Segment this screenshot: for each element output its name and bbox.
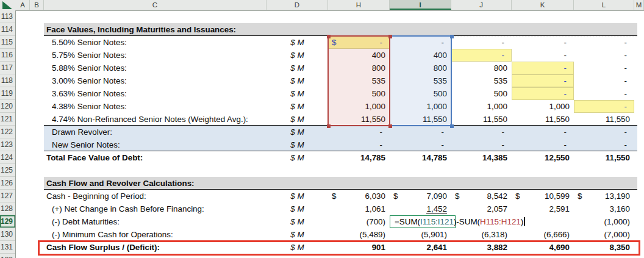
cell-J127[interactable]: $8,542 — [451, 190, 512, 202]
column-header-L[interactable]: L — [574, 0, 634, 10]
row-header-123[interactable]: 123 — [0, 138, 15, 151]
unit-cell-D130[interactable]: $ M — [267, 228, 328, 241]
row-header-129[interactable]: 129 — [0, 215, 15, 228]
cell-J122[interactable]: - — [451, 126, 512, 138]
cell-H116[interactable]: 400 — [328, 49, 390, 62]
row-header-116[interactable]: 116 — [0, 49, 15, 62]
cell-I119[interactable]: 500 — [390, 87, 451, 100]
cell-J124[interactable]: 14,385 — [451, 151, 512, 164]
row-header-118[interactable]: 118 — [0, 74, 15, 87]
cell-H127[interactable]: $6,030 — [328, 190, 390, 202]
cell-L127[interactable]: $13,190 — [574, 190, 634, 202]
cell-J116[interactable]: - — [451, 49, 512, 62]
cell-I124[interactable]: 14,785 — [390, 151, 451, 164]
cell-J120[interactable]: 1,000 — [451, 100, 512, 113]
row-header-115[interactable]: 115 — [0, 36, 15, 49]
row-header-121[interactable]: 121 — [0, 113, 15, 126]
cell-L120[interactable]: - — [574, 100, 634, 113]
cell-L121[interactable]: 11,550 — [574, 113, 634, 126]
cell-J118[interactable]: 535 — [451, 74, 512, 87]
cell-K116[interactable]: - — [512, 49, 574, 62]
row-label-122[interactable]: Drawn Revolver: — [52, 126, 270, 138]
row-header-114[interactable]: 114 — [0, 23, 15, 36]
row-header-128[interactable]: 128 — [0, 202, 15, 215]
cell-L119[interactable]: - — [574, 87, 634, 100]
unit-cell-D115[interactable]: $ M — [267, 36, 328, 49]
row-header-132[interactable]: 132 — [0, 254, 15, 258]
cell-H124[interactable]: 14,785 — [328, 151, 390, 164]
cell-K123[interactable]: - — [512, 138, 574, 151]
cell-K124[interactable]: 12,550 — [512, 151, 574, 164]
cell-J119[interactable]: 500 — [451, 87, 512, 100]
row-header-125[interactable]: 125 — [0, 164, 15, 177]
row-label-114[interactable]: Face Values, Including Maturities and Is… — [46, 23, 264, 36]
unit-cell-D128[interactable]: $ M — [267, 202, 328, 215]
cell-K118[interactable]: - — [512, 74, 574, 87]
row-label-119[interactable]: 3.63% Senior Notes: — [52, 87, 270, 100]
row-header-126[interactable]: 126 — [0, 177, 15, 190]
cell-L131[interactable]: 8,350 — [574, 241, 634, 254]
cell-J117[interactable]: 800 — [451, 62, 512, 74]
unit-cell-D129[interactable]: $ M — [267, 215, 328, 228]
cell-J131[interactable]: 3,882 — [451, 241, 512, 254]
cell-K115[interactable]: - — [512, 36, 574, 49]
cell-H128[interactable]: 1,061 — [328, 202, 390, 215]
cell-K121[interactable]: 11,550 — [512, 113, 574, 126]
unit-cell-D122[interactable]: $ M — [267, 126, 328, 138]
cell-L124[interactable]: 11,550 — [574, 151, 634, 164]
row-label-128[interactable]: (+) Net Change in Cash Before Financing: — [52, 202, 270, 215]
unit-cell-D123[interactable]: $ M — [267, 138, 328, 151]
cell-I131[interactable]: 2,641 — [390, 241, 451, 254]
row-header-131[interactable]: 131 — [0, 241, 15, 254]
row-label-124[interactable]: Total Face Value of Debt: — [46, 151, 264, 164]
cell-K130[interactable]: (6,666) — [512, 228, 574, 241]
row-header-117[interactable]: 117 — [0, 62, 15, 74]
cell-H115[interactable]: $- — [328, 36, 390, 49]
cell-I117[interactable]: 800 — [390, 62, 451, 74]
cell-K119[interactable]: - — [512, 87, 574, 100]
column-header-K[interactable]: K — [512, 0, 574, 10]
row-label-126[interactable]: Cash Flow and Revolver Calculations: — [46, 177, 264, 190]
row-header-127[interactable]: 127 — [0, 190, 15, 202]
cell-K120[interactable]: 1,000 — [512, 100, 574, 113]
cell-H121[interactable]: 11,550 — [328, 113, 390, 126]
row-header-122[interactable]: 122 — [0, 126, 15, 138]
cell-J121[interactable]: 11,550 — [451, 113, 512, 126]
row-header-120[interactable]: 120 — [0, 100, 15, 113]
row-label-116[interactable]: 5.75% Senior Notes: — [52, 49, 270, 62]
unit-cell-D121[interactable]: $ M — [267, 113, 328, 126]
cell-K122[interactable]: - — [512, 126, 574, 138]
row-label-117[interactable]: 5.88% Senior Notes: — [52, 62, 270, 74]
cell-K131[interactable]: 4,690 — [512, 241, 574, 254]
column-header-I[interactable]: I — [390, 0, 451, 10]
cell-L116[interactable]: - — [574, 49, 634, 62]
cell-L115[interactable]: - — [574, 36, 634, 49]
row-label-123[interactable]: New Senior Notes: — [52, 138, 270, 151]
cell-I118[interactable]: 535 — [390, 74, 451, 87]
cell-I116[interactable]: 400 — [390, 49, 451, 62]
row-label-120[interactable]: 4.38% Senior Notes: — [52, 100, 270, 113]
cell-H130[interactable]: (5,489) — [328, 228, 390, 241]
cell-L118[interactable]: - — [574, 74, 634, 87]
cell-L130[interactable]: (7,000) — [574, 228, 634, 241]
cell-H120[interactable]: 1,000 — [328, 100, 390, 113]
cell-H117[interactable]: 800 — [328, 62, 390, 74]
cell-H129[interactable]: (700) — [328, 215, 390, 228]
unit-cell-D116[interactable]: $ M — [267, 49, 328, 62]
unit-cell-D119[interactable]: $ M — [267, 87, 328, 100]
row-header-113[interactable]: 113 — [0, 10, 15, 23]
row-label-131[interactable]: Cash Flow Surplus / (Deficit): — [46, 241, 264, 254]
cell-J123[interactable]: - — [451, 138, 512, 151]
cell-L123[interactable]: - — [574, 138, 634, 151]
unit-cell-D117[interactable]: $ M — [267, 62, 328, 74]
cell-J130[interactable]: (6,318) — [451, 228, 512, 241]
row-header-124[interactable]: 124 — [0, 151, 15, 164]
cell-I121[interactable]: 11,550 — [390, 113, 451, 126]
row-header-130[interactable]: 130 — [0, 228, 15, 241]
column-header-A[interactable]: A — [16, 0, 30, 10]
cell-I115[interactable]: - — [390, 36, 451, 49]
cell-I128[interactable]: 1,452 — [390, 202, 451, 215]
column-header-C[interactable]: C — [44, 0, 267, 10]
row-label-118[interactable]: 3.00% Senior Notes: — [52, 74, 270, 87]
cell-H118[interactable]: 535 — [328, 74, 390, 87]
